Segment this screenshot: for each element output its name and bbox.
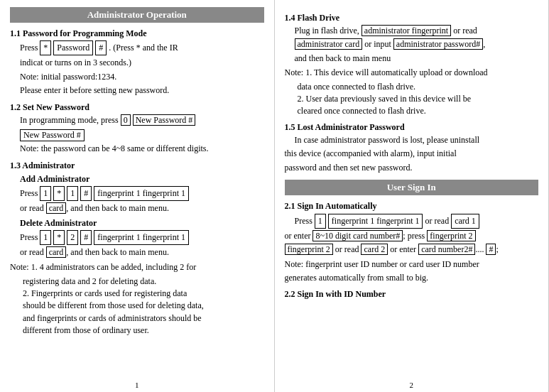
section-1-5-title: 1.5 Lost Administrator Password	[285, 122, 539, 133]
page1-number: 1	[135, 381, 139, 389]
s6-1: 1	[315, 214, 326, 229]
s3-add-card-box: card	[46, 202, 67, 214]
s6-fp2-line: fingerprint 2 or read card 2 or enter ca…	[285, 244, 539, 256]
s6-hash: #	[486, 244, 496, 255]
page-1: Administrator Operation 1.1 Password for…	[0, 0, 275, 392]
s3-note1b: registering data and 2 for deleting data…	[23, 276, 264, 288]
s1-hash-box: #	[95, 40, 107, 55]
s6-card-num: 8~10 digit card number#	[312, 230, 403, 241]
s3-del-2: 2	[67, 230, 78, 245]
s3-note1: Note: 1. 4 administrators can be added, …	[10, 261, 264, 273]
s3-del-hash: #	[80, 230, 92, 245]
s2-desc: In programming mode, press 0 New Passwor…	[20, 114, 264, 126]
s6-fp2b: fingerprint 2	[285, 244, 333, 255]
s6-card1: card 1	[451, 214, 479, 229]
s6-cardnum2: card number2#	[418, 244, 475, 255]
s3-add-hash: #	[80, 186, 92, 201]
s4-line1: Plug in flash drive, administrator finge…	[295, 25, 539, 37]
s3-add-1b: 1	[67, 186, 78, 201]
s6-press: Press	[295, 214, 312, 228]
section-1-1-title: 1.1 Password for Programming Mode	[10, 28, 264, 39]
section-1-4-title: 1.4 Flash Drive	[285, 13, 539, 23]
s3-add-title: Add Administrator	[20, 174, 264, 185]
s3-add-star: *	[53, 186, 65, 201]
s6-press-line: Press 1 fingerprint 1 fingerprint 1 or r…	[295, 214, 539, 229]
s1-note3: Please enter it before setting new passw…	[20, 85, 264, 97]
s3-del-star: *	[53, 230, 65, 245]
page-2: 1.4 Flash Drive Plug in flash drive, adm…	[275, 0, 550, 392]
s4-note2: 2. User data previously saved in this de…	[298, 93, 539, 105]
s2-newpw-line: New Password #	[20, 129, 264, 141]
s3-add-press: Press	[20, 187, 38, 200]
s6-fp12: fingerprint 1 fingerprint 1	[328, 214, 423, 229]
s1-star-box: *	[40, 40, 51, 55]
s3-del-fp: fingerprint 1 fingerprint 1	[94, 230, 189, 245]
section-1-2-title: 1.2 Set New Password	[10, 102, 264, 113]
s6-note1b: generates automatically from small to bi…	[285, 272, 539, 284]
s1-press-line: Press * Password # . (Press * and the IR	[20, 40, 264, 55]
s4-line3: and then back to main menu	[295, 53, 539, 65]
s5-line1: In case administrator password is lost, …	[295, 134, 539, 146]
page2-header: User Sign In	[285, 180, 539, 195]
section-2-1-title: 2.1 Sign In Automatically	[285, 201, 539, 212]
section-1-3-title: 1.3 Administrator	[10, 160, 264, 171]
s6-card2: card 2	[361, 244, 388, 255]
s2-newpw-box2: New Password #	[20, 129, 85, 141]
s3-add-1a: 1	[40, 186, 51, 201]
s1-press-desc: . (Press * and the IR	[109, 41, 178, 55]
s3-del-title: Delete Administrator	[20, 218, 264, 229]
s2-newpw-box: New Password #	[133, 114, 196, 126]
s3-add-fp: fingerprint 1 fingerprint 1	[94, 186, 189, 201]
s4-admin-pw: administrator password#	[393, 38, 483, 50]
s1-note2: Note: initial password:1234.	[20, 71, 264, 83]
s4-admin-fp: administrator fingerprint	[362, 25, 451, 36]
s4-note1b: data once connected to flash drive.	[298, 81, 539, 93]
s6-or-read: or read	[425, 214, 449, 228]
s1-press-label: Press	[20, 41, 38, 55]
s3-del-card: or read card, and then back to main menu…	[20, 246, 264, 258]
s3-add-press-line: Press 1 * 1 # fingerprint 1 fingerprint …	[20, 186, 264, 201]
s3-note2c: and fingerprints or cards of administrat…	[23, 312, 264, 325]
s6-note1: Note: fingerprint user ID number or card…	[285, 258, 539, 271]
s2-note: Note: the password can be 4~8 same or di…	[20, 143, 264, 155]
s4-admin-card: administrator card	[295, 38, 363, 50]
s4-note1: Note: 1. This device will automatically …	[285, 67, 539, 79]
s3-del-1a: 1	[40, 230, 51, 245]
s5-line3: password and then set new password.	[285, 162, 539, 174]
s3-del-press-line: Press 1 * 2 # fingerprint 1 fingerprint …	[20, 230, 264, 245]
s2-new-pw-label: New Password #	[133, 114, 196, 126]
s3-note2d: different from those of ordinary user.	[23, 325, 264, 337]
s6-or-enter: or enter 8~10 digit card number#; press …	[285, 230, 539, 242]
s1-password-box: Password	[53, 40, 93, 55]
s2-zero-box: 0	[121, 114, 131, 126]
page2-number: 2	[410, 381, 414, 389]
page1-header: Administrator Operation	[10, 7, 264, 23]
s3-del-card-box: card	[46, 246, 67, 258]
s1-note1: indicat or turns on in 3 seconds.)	[20, 57, 264, 69]
s4-note2b: cleared once connected to flash drive.	[298, 105, 539, 117]
s3-note2: 2. Fingerprints or cards used for regist…	[23, 288, 264, 300]
s3-note2b: should be different from those used for …	[23, 300, 264, 312]
s3-del-press: Press	[20, 231, 38, 244]
section-2-2-title: 2.2 Sign In with ID Number	[285, 289, 539, 300]
s5-line2: this device (accompanied with alarm), in…	[285, 148, 539, 160]
s6-fp2: fingerprint 2	[427, 230, 475, 241]
s3-add-card: or read card, and then back to main menu…	[20, 202, 264, 214]
s4-line2: administrator card or input administrato…	[295, 38, 539, 50]
